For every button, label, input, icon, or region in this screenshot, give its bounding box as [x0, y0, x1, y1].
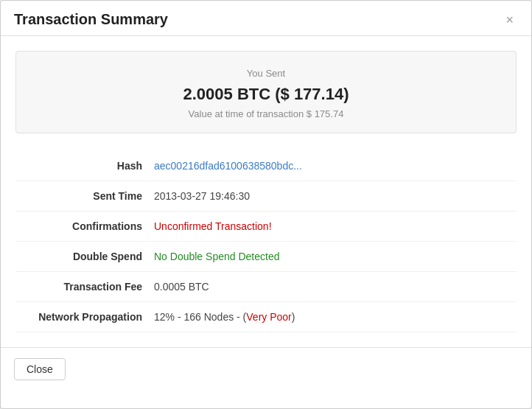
network-propagation-label: Network Propagation — [15, 302, 148, 332]
summary-sent-label: You Sent — [31, 68, 501, 79]
details-table: Hash aec00216dfad6100638580bdc... Sent T… — [15, 151, 517, 332]
table-row: Network Propagation 12% - 166 Nodes - (V… — [15, 302, 517, 332]
tx-fee-value: 0.0005 BTC — [148, 272, 517, 302]
hash-link[interactable]: aec00216dfad6100638580bdc... — [154, 160, 302, 172]
table-row: Transaction Fee 0.0005 BTC — [15, 272, 517, 302]
table-row: Sent Time 2013-03-27 19:46:30 — [15, 181, 517, 212]
network-propagation-status: Very Poor — [246, 311, 291, 323]
network-propagation-prefix: 12% - 166 Nodes - ( — [154, 311, 246, 323]
summary-box: You Sent 2.0005 BTC ($ 177.14) Value at … — [15, 51, 517, 133]
confirmations-value-cell: Unconfirmed Transaction! — [148, 212, 517, 242]
network-propagation-value-cell: 12% - 166 Nodes - (Very Poor) — [148, 302, 517, 332]
table-row: Confirmations Unconfirmed Transaction! — [15, 212, 517, 242]
dialog-header: Transaction Summary × — [1, 1, 531, 36]
confirmations-label: Confirmations — [15, 212, 148, 242]
network-propagation-suffix: ) — [292, 311, 295, 323]
table-row: Hash aec00216dfad6100638580bdc... — [15, 151, 517, 181]
summary-amount: 2.0005 BTC ($ 177.14) — [31, 85, 501, 104]
hash-value-cell: aec00216dfad6100638580bdc... — [148, 151, 517, 181]
double-spend-value-cell: No Double Spend Detected — [148, 242, 517, 272]
close-icon[interactable]: × — [501, 12, 518, 28]
table-row: Double Spend No Double Spend Detected — [15, 242, 517, 272]
sent-time-label: Sent Time — [15, 181, 148, 212]
hash-label: Hash — [15, 151, 148, 181]
double-spend-label: Double Spend — [15, 242, 148, 272]
dialog-body: You Sent 2.0005 BTC ($ 177.14) Value at … — [1, 36, 531, 340]
tx-fee-label: Transaction Fee — [15, 272, 148, 302]
dialog-footer: Close — [1, 347, 531, 392]
dialog-title: Transaction Summary — [14, 11, 168, 28]
transaction-summary-dialog: Transaction Summary × You Sent 2.0005 BT… — [0, 0, 532, 409]
confirmations-status: Unconfirmed Transaction! — [154, 220, 272, 232]
close-button[interactable]: Close — [14, 358, 66, 380]
double-spend-status: No Double Spend Detected — [154, 251, 279, 262]
summary-value-label: Value at time of transaction $ 175.74 — [31, 108, 501, 119]
sent-time-value: 2013-03-27 19:46:30 — [148, 181, 517, 212]
